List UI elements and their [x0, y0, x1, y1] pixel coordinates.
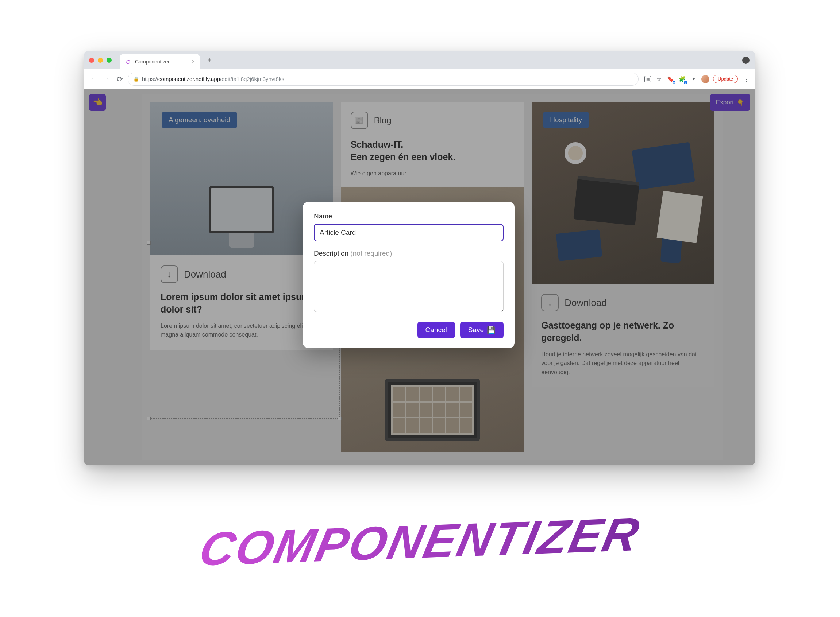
favicon-icon: C [125, 58, 132, 65]
save-component-modal: Name Description (not required) Cancel S… [303, 202, 515, 348]
incognito-indicator-icon [742, 56, 750, 64]
forward-button[interactable]: → [101, 74, 112, 84]
extensions-puzzle-icon[interactable]: ✦ [690, 75, 698, 83]
maximize-window-button[interactable] [106, 58, 112, 63]
description-hint: (not required) [350, 249, 392, 257]
name-input[interactable] [314, 224, 504, 241]
description-field-label: Description (not required) [314, 249, 504, 257]
product-wordmark: COMPONENTIZER [195, 506, 646, 577]
app-viewport: 👈 Export 👇 Algemeen, overheid ↓ Download [84, 89, 755, 465]
browser-toolbar: ← → ⟳ 🔒 https://componentizer.netlify.ap… [84, 69, 755, 89]
save-label: Save [468, 326, 484, 334]
browser-tab[interactable]: C Componentizer × [120, 54, 200, 69]
update-button[interactable]: Update [713, 75, 738, 83]
new-tab-button[interactable]: + [207, 56, 211, 65]
url-protocol: https:// [142, 76, 158, 82]
url-host: componentizer.netlify.app [158, 76, 220, 82]
modal-actions: Cancel Save 💾 [314, 322, 504, 338]
bookmark-star-icon[interactable]: ☆ [655, 75, 663, 83]
floppy-disk-icon: 💾 [487, 326, 495, 334]
description-label-text: Description [314, 249, 349, 257]
qr-extension-icon[interactable]: ▦ [645, 76, 651, 83]
name-field-label: Name [314, 212, 504, 220]
minimize-window-button[interactable] [98, 58, 103, 63]
browser-tab-bar: C Componentizer × + [84, 51, 755, 69]
extension-icon-2[interactable]: 🧩1 [678, 75, 686, 83]
tab-title: Componentizer [135, 59, 188, 65]
extension-icons: ▦ ☆ 🔖0 🧩1 ✦ Update ⋮ [645, 75, 751, 83]
lock-icon: 🔒 [133, 76, 139, 82]
close-window-button[interactable] [89, 58, 94, 63]
reload-button[interactable]: ⟳ [115, 74, 125, 84]
profile-avatar[interactable] [701, 75, 709, 83]
browser-menu-icon[interactable]: ⋮ [741, 75, 751, 83]
extension-icon-1[interactable]: 🔖0 [666, 75, 674, 83]
url-path: /edit/ta1i8q2j6kjm3ynvt8ks [220, 76, 284, 82]
cancel-label: Cancel [426, 326, 447, 334]
close-tab-icon[interactable]: × [192, 58, 195, 65]
save-button[interactable]: Save 💾 [460, 322, 504, 338]
browser-window: C Componentizer × + ← → ⟳ 🔒 https://comp… [84, 51, 755, 465]
back-button[interactable]: ← [88, 74, 99, 84]
address-bar[interactable]: 🔒 https://componentizer.netlify.app/edit… [128, 72, 639, 86]
window-controls [89, 58, 112, 63]
cancel-button[interactable]: Cancel [417, 322, 455, 338]
description-textarea[interactable] [314, 261, 504, 312]
